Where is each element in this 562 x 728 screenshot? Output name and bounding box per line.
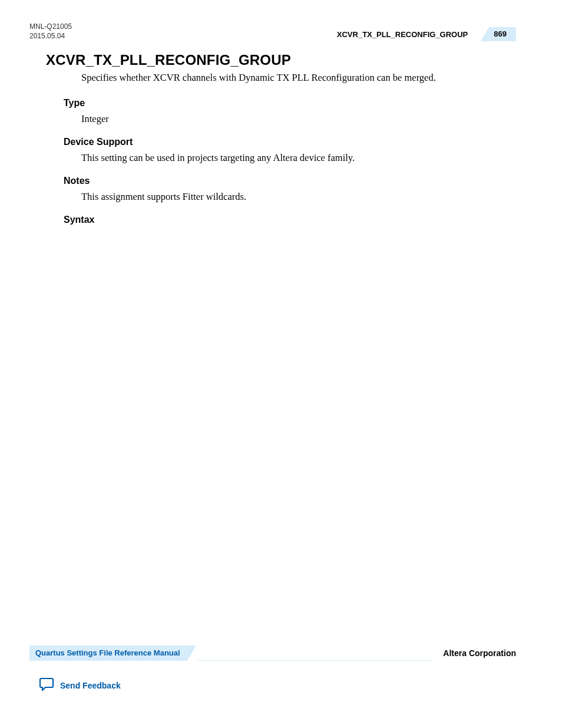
badge-slant: [481, 27, 489, 41]
page-number-badge: 869: [481, 27, 516, 41]
send-feedback-label: Send Feedback: [60, 681, 121, 690]
corporation-name: Altera Corporation: [443, 648, 516, 658]
section-body-device-support: This setting can be used in projects tar…: [81, 151, 516, 165]
section-head-syntax: Syntax: [64, 215, 516, 225]
footer-slant: [187, 645, 196, 661]
section-body-type: Integer: [81, 112, 516, 126]
page-header: MNL-Q21005 2015.05.04 XCVR_TX_PLL_RECONF…: [0, 0, 562, 48]
footer-bar: Quartus Settings File Reference Manual A…: [29, 645, 516, 661]
section-head-type: Type: [64, 98, 516, 108]
page-number: 869: [489, 27, 516, 41]
header-topic-title: XCVR_TX_PLL_RECONFIG_GROUP: [337, 30, 468, 39]
manual-title-link[interactable]: Quartus Settings File Reference Manual: [29, 645, 187, 661]
header-right: XCVR_TX_PLL_RECONFIG_GROUP 869: [337, 27, 516, 41]
send-feedback-link[interactable]: Send Feedback: [39, 677, 516, 694]
page-content: XCVR_TX_PLL_RECONFIG_GROUP Specifies whe…: [0, 52, 562, 225]
footer-divider-line: [196, 660, 434, 661]
section-head-notes: Notes: [64, 176, 516, 186]
section-head-device-support: Device Support: [64, 137, 516, 147]
section-body-notes: This assignment supports Fitter wildcard…: [81, 190, 516, 204]
page-title: XCVR_TX_PLL_RECONFIG_GROUP: [46, 52, 516, 68]
page-footer: Quartus Settings File Reference Manual A…: [0, 645, 562, 694]
speech-bubble-icon: [39, 677, 54, 694]
intro-paragraph: Specifies whether XCVR channels with Dyn…: [81, 71, 516, 85]
